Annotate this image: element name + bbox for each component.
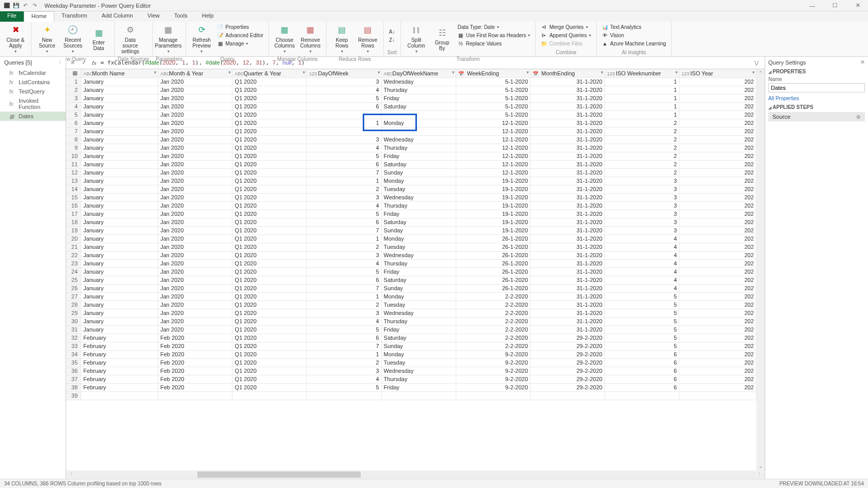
row-number[interactable]: 39	[66, 391, 81, 400]
cell[interactable]: 202	[679, 218, 756, 226]
cell[interactable]: 31-1-2020	[530, 177, 605, 185]
row-number[interactable]: 9	[66, 144, 81, 152]
cell[interactable]: January	[81, 317, 158, 325]
cell[interactable]: 9-2-2020	[456, 358, 530, 367]
cell[interactable]: 4	[307, 317, 381, 325]
table-row[interactable]: 15JanuaryJan 2020Q1 20203Wednesday19-1-2…	[66, 193, 756, 201]
cell[interactable]: February	[81, 367, 158, 375]
query-item[interactable]: fxTestQuery	[0, 87, 66, 96]
table-row[interactable]: 1JanuaryJan 2020Q1 20203Wednesday5-1-202…	[66, 77, 756, 86]
keep-rows-button[interactable]: ▤Keep Rows	[330, 23, 354, 55]
column-type-icon[interactable]: 123	[681, 71, 689, 76]
cell[interactable]: January	[81, 193, 158, 201]
row-number[interactable]: 15	[66, 193, 81, 201]
cell[interactable]: 12-1-2020	[456, 144, 530, 152]
cell[interactable]: 9-2-2020	[456, 383, 530, 391]
cell[interactable]: 4	[307, 259, 381, 267]
cell[interactable]: 202	[679, 342, 756, 350]
table-row[interactable]: 9JanuaryJan 2020Q1 20204Thursday12-1-202…	[66, 144, 756, 152]
row-number[interactable]: 1	[66, 77, 81, 86]
cell[interactable]: Tuesday	[381, 185, 456, 193]
row-number[interactable]: 10	[66, 152, 81, 160]
cell[interactable]: 26-1-2020	[456, 251, 530, 259]
collapse-queries-icon[interactable]: 〈	[56, 59, 61, 66]
cell[interactable]: 31-1-2020	[530, 234, 605, 243]
table-row[interactable]: 4JanuaryJan 2020Q1 20206Saturday5-1-2020…	[66, 102, 756, 111]
column-type-icon[interactable]: 📅	[458, 71, 466, 76]
cell[interactable]: 5	[307, 267, 381, 276]
cell[interactable]: 2-2-2020	[456, 317, 530, 325]
cell[interactable]: February	[81, 375, 158, 383]
cell[interactable]: 1	[605, 94, 679, 102]
row-number[interactable]: 19	[66, 226, 81, 234]
cell[interactable]: Wednesday	[381, 251, 456, 259]
cell[interactable]: 202	[679, 334, 756, 342]
cell[interactable]: Q1 2020	[233, 77, 307, 86]
cell[interactable]: January	[81, 284, 158, 292]
cell[interactable]: Saturday	[381, 334, 456, 342]
cell[interactable]: 2	[307, 243, 381, 251]
column-header[interactable]: ABC Month Name▾	[81, 69, 158, 77]
save-icon[interactable]: 💾	[12, 2, 20, 9]
cell[interactable]: 2	[605, 160, 679, 168]
cell[interactable]: 5	[307, 152, 381, 160]
row-number[interactable]: 16	[66, 201, 81, 210]
table-row[interactable]: 36FebruaryFeb 2020Q1 20203Wednesday9-2-2…	[66, 367, 756, 375]
row-number[interactable]: 6	[66, 119, 81, 127]
redo-icon[interactable]: ↷	[31, 2, 38, 9]
cell[interactable]: 26-1-2020	[456, 267, 530, 276]
remove-rows-button[interactable]: ▤Remove Rows	[355, 23, 380, 55]
cell[interactable]: January	[81, 177, 158, 185]
cell[interactable]: Thursday	[381, 317, 456, 325]
tab-file[interactable]: File	[0, 11, 24, 22]
close-button[interactable]: ✕	[850, 2, 865, 9]
cell[interactable]: 4	[307, 201, 381, 210]
cell[interactable]: 202	[679, 358, 756, 367]
cell[interactable]: Q1 2020	[233, 127, 307, 135]
cell[interactable]: 3	[605, 193, 679, 201]
cell[interactable]: 5-1-2020	[456, 86, 530, 94]
table-row[interactable]: 33FebruaryFeb 2020Q1 20207Sunday2-2-2020…	[66, 342, 756, 350]
cell[interactable]: Q1 2020	[233, 168, 307, 177]
cell[interactable]: Feb 2020	[158, 383, 233, 391]
cell[interactable]: Q1 2020	[233, 210, 307, 218]
cell[interactable]: 5	[605, 317, 679, 325]
cell[interactable]: 31-1-2020	[530, 226, 605, 234]
choose-columns-button[interactable]: ▦Choose Columns	[272, 23, 297, 55]
cell[interactable]: Q1 2020	[233, 342, 307, 350]
cell[interactable]: Jan 2020	[158, 94, 233, 102]
cell[interactable]: 31-1-2020	[530, 325, 605, 334]
cell[interactable]: 202	[679, 267, 756, 276]
cell[interactable]: January	[81, 301, 158, 309]
row-number[interactable]: 37	[66, 375, 81, 383]
cell[interactable]: Q1 2020	[233, 102, 307, 111]
cell[interactable]: 202	[679, 135, 756, 144]
cell[interactable]: 2-2-2020	[456, 334, 530, 342]
cell[interactable]: 31-1-2020	[530, 301, 605, 309]
cell[interactable]: 1	[307, 119, 381, 127]
cell[interactable]: 4	[605, 259, 679, 267]
cell[interactable]: Wednesday	[381, 193, 456, 201]
cell[interactable]: Jan 2020	[158, 168, 233, 177]
cell[interactable]: January	[81, 119, 158, 127]
cell[interactable]: 1	[307, 350, 381, 358]
cell[interactable]: 31-1-2020	[530, 127, 605, 135]
cell[interactable]: 12-1-2020	[456, 119, 530, 127]
cell[interactable]: 202	[679, 350, 756, 358]
cell[interactable]: 4	[605, 234, 679, 243]
cell[interactable]: 202	[679, 317, 756, 325]
data-type-button[interactable]: Data Type: Date	[456, 23, 533, 31]
cell[interactable]	[381, 127, 456, 135]
scroll-left-icon[interactable]: 〈	[66, 471, 74, 478]
text-analytics-button[interactable]: 📊Text Analytics	[600, 23, 668, 31]
cell[interactable]: 5	[307, 94, 381, 102]
row-number[interactable]: 2	[66, 86, 81, 94]
cell[interactable]: 202	[679, 383, 756, 391]
cell[interactable]: 2-2-2020	[456, 325, 530, 334]
cell[interactable]: 202	[679, 119, 756, 127]
cell[interactable]: 1	[605, 86, 679, 94]
cell[interactable]: 202	[679, 251, 756, 259]
table-row[interactable]: 29JanuaryJan 2020Q1 20203Wednesday2-2-20…	[66, 309, 756, 317]
cell[interactable]: Q1 2020	[233, 284, 307, 292]
cell[interactable]: January	[81, 185, 158, 193]
